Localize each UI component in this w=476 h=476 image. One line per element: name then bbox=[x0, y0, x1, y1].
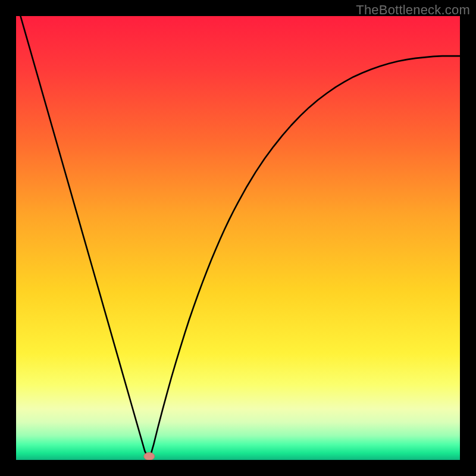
chart-frame bbox=[16, 16, 460, 460]
watermark-text: TheBottleneck.com bbox=[356, 2, 470, 18]
plot-background bbox=[16, 16, 460, 460]
optimal-marker bbox=[144, 453, 155, 461]
chart-svg bbox=[16, 16, 460, 460]
